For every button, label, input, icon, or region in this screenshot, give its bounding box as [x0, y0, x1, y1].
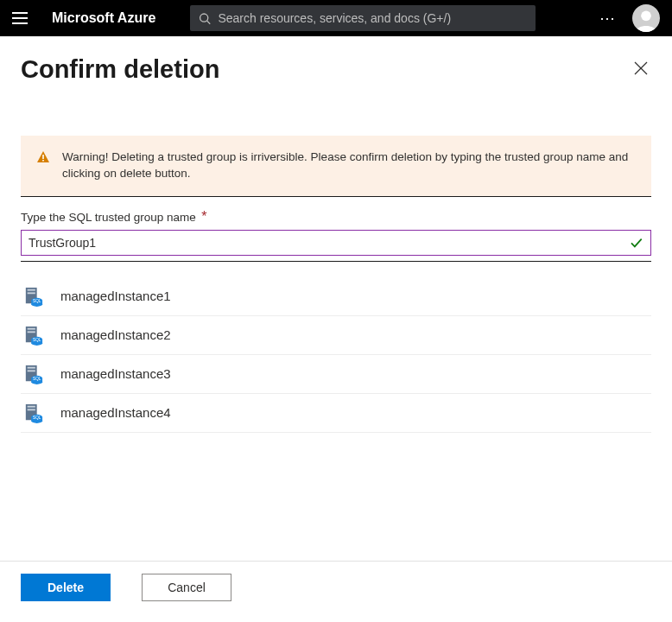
- svg-rect-9: [28, 292, 35, 294]
- search-input[interactable]: [218, 11, 527, 25]
- warning-banner: Warning! Deleting a trusted group is irr…: [21, 136, 651, 196]
- check-icon: [630, 236, 643, 250]
- svg-text:SQL: SQL: [33, 338, 41, 342]
- search-box[interactable]: [190, 5, 536, 31]
- cancel-button[interactable]: Cancel: [142, 574, 231, 601]
- close-icon[interactable]: [631, 58, 651, 82]
- group-name-label: Type the SQL trusted group name: [21, 211, 196, 224]
- instance-name: managedInstance4: [60, 405, 171, 420]
- dialog-title: Confirm deletion: [21, 55, 219, 84]
- sql-instance-icon: SQL: [24, 364, 43, 384]
- sql-instance-icon: SQL: [24, 286, 43, 307]
- field-label-row: Type the SQL trusted group name *: [21, 209, 651, 225]
- svg-rect-29: [28, 406, 35, 408]
- warning-text: Warning! Deleting a trusted group is irr…: [62, 149, 636, 182]
- delete-button[interactable]: Delete: [21, 574, 111, 601]
- list-item: SQL managedInstance3: [21, 355, 651, 394]
- svg-rect-30: [28, 409, 35, 410]
- svg-rect-8: [28, 289, 35, 291]
- hamburger-menu-icon[interactable]: [9, 10, 26, 27]
- svg-line-1: [207, 21, 211, 24]
- sql-instance-icon: SQL: [24, 403, 43, 423]
- svg-rect-5: [42, 155, 44, 159]
- search-icon: [199, 12, 211, 25]
- svg-rect-22: [28, 367, 35, 369]
- brand-logo: Microsoft Azure: [52, 10, 155, 26]
- group-name-input-wrap[interactable]: [21, 230, 651, 256]
- svg-rect-16: [28, 331, 35, 333]
- group-name-input[interactable]: [29, 236, 630, 250]
- svg-rect-15: [28, 328, 35, 330]
- svg-point-0: [200, 14, 208, 22]
- user-avatar[interactable]: [632, 4, 660, 32]
- svg-point-2: [641, 11, 651, 22]
- more-icon[interactable]: ⋯: [599, 9, 617, 28]
- list-item: SQL managedInstance1: [21, 277, 651, 316]
- svg-rect-6: [42, 160, 44, 162]
- dialog-footer: Delete Cancel: [0, 561, 672, 622]
- svg-text:SQL: SQL: [33, 299, 41, 303]
- divider: [21, 261, 651, 262]
- confirm-deletion-dialog: Confirm deletion Warning! Deleting a tru…: [0, 36, 672, 433]
- top-bar: Microsoft Azure ⋯: [0, 0, 672, 36]
- divider: [21, 196, 651, 197]
- instance-name: managedInstance1: [60, 289, 171, 303]
- list-item: SQL managedInstance4: [21, 394, 651, 433]
- instance-name: managedInstance3: [60, 366, 171, 381]
- list-item: SQL managedInstance2: [21, 316, 651, 355]
- instance-list: SQL managedInstance1 SQL managedInstance…: [21, 277, 651, 433]
- sql-instance-icon: SQL: [24, 325, 43, 346]
- required-indicator: *: [201, 209, 206, 224]
- warning-icon: [36, 150, 50, 164]
- svg-text:SQL: SQL: [33, 377, 41, 381]
- svg-rect-23: [28, 370, 35, 371]
- instance-name: managedInstance2: [60, 327, 171, 342]
- svg-text:SQL: SQL: [33, 416, 41, 420]
